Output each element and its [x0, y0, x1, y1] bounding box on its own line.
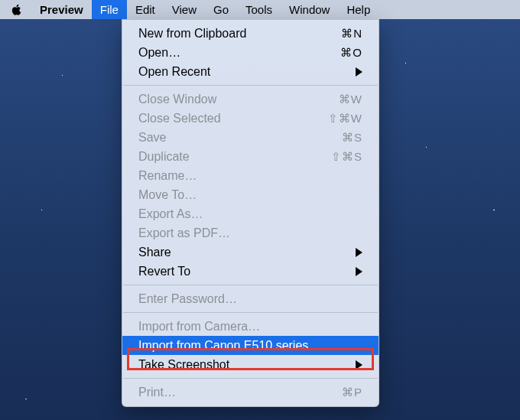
menu-tools[interactable]: Tools [237, 0, 281, 19]
menuitem-import-from-camera: Import from Camera… [122, 317, 379, 336]
menuitem-label: Revert To [138, 265, 356, 278]
menuitem-shortcut: ⌘S [342, 131, 362, 145]
menuitem-shortcut: ⇧⌘W [328, 112, 362, 125]
menuitem-label: Export as PDF… [138, 226, 362, 240]
menuitem-import-from-scanner[interactable]: Import from Canon E510 series… [122, 336, 379, 355]
menuitem-save: Save ⌘S [122, 128, 379, 147]
menuitem-move-to: Move To… [122, 185, 379, 204]
menu-file[interactable]: File [92, 0, 127, 19]
menuitem-revert-to[interactable]: Revert To [122, 262, 379, 281]
menuitem-label: Move To… [138, 188, 362, 202]
menuitem-enter-password: Enter Password… [122, 289, 379, 308]
menuitem-label: Take Screenshot [138, 358, 356, 372]
menuitem-label: Open Recent [138, 65, 356, 79]
menu-separator [123, 285, 378, 285]
menu-separator [123, 312, 378, 313]
menuitem-label: Close Window [138, 93, 339, 106]
menu-window[interactable]: Window [281, 0, 338, 19]
menuitem-share[interactable]: Share [122, 243, 379, 262]
menuitem-export-as: Export As… [122, 204, 379, 223]
menuitem-open[interactable]: Open… ⌘O [122, 43, 379, 62]
apple-menu-icon[interactable] [11, 4, 31, 16]
menuitem-label: Close Selected [138, 112, 328, 125]
menuitem-label: Save [138, 131, 342, 145]
menuitem-label: Share [138, 246, 356, 259]
menuitem-label: Open… [138, 46, 340, 60]
menuitem-export-as-pdf: Export as PDF… [122, 223, 379, 243]
menu-edit[interactable]: Edit [127, 0, 164, 19]
menuitem-label: Enter Password… [138, 292, 362, 306]
menuitem-label: Rename… [138, 169, 362, 183]
menu-go[interactable]: Go [205, 0, 237, 19]
menuitem-label: Export As… [138, 207, 362, 221]
menuitem-label: Print… [138, 386, 342, 399]
menuitem-label: Duplicate [138, 150, 331, 164]
menu-bar: Preview File Edit View Go Tools Window H… [0, 0, 520, 19]
menuitem-rename: Rename… [122, 166, 379, 185]
menuitem-open-recent[interactable]: Open Recent [122, 62, 379, 81]
menu-view[interactable]: View [164, 0, 205, 19]
chevron-right-icon [356, 267, 362, 276]
menuitem-shortcut: ⌘W [339, 93, 362, 106]
menu-app-name[interactable]: Preview [31, 0, 92, 19]
menuitem-label: New from Clipboard [138, 27, 341, 41]
menuitem-new-from-clipboard[interactable]: New from Clipboard ⌘N [122, 24, 379, 43]
menu-help[interactable]: Help [338, 0, 379, 19]
file-menu-dropdown: New from Clipboard ⌘N Open… ⌘O Open Rece… [122, 19, 379, 407]
menuitem-label: Import from Canon E510 series… [138, 339, 362, 353]
menuitem-label: Import from Camera… [138, 320, 362, 334]
menu-separator [123, 85, 378, 86]
menuitem-close-selected: Close Selected ⇧⌘W [122, 109, 379, 128]
chevron-right-icon [356, 360, 362, 370]
menuitem-shortcut: ⌘O [340, 46, 362, 60]
menuitem-close-window: Close Window ⌘W [122, 90, 379, 109]
menuitem-shortcut: ⌘P [342, 386, 362, 399]
menu-separator [123, 378, 378, 379]
chevron-right-icon [356, 67, 362, 77]
menuitem-print: Print… ⌘P [122, 383, 379, 402]
menuitem-take-screenshot[interactable]: Take Screenshot [122, 355, 379, 374]
menuitem-shortcut: ⌘N [341, 27, 362, 41]
chevron-right-icon [356, 248, 362, 257]
menuitem-shortcut: ⇧⌘S [331, 150, 362, 164]
menuitem-duplicate: Duplicate ⇧⌘S [122, 147, 379, 166]
